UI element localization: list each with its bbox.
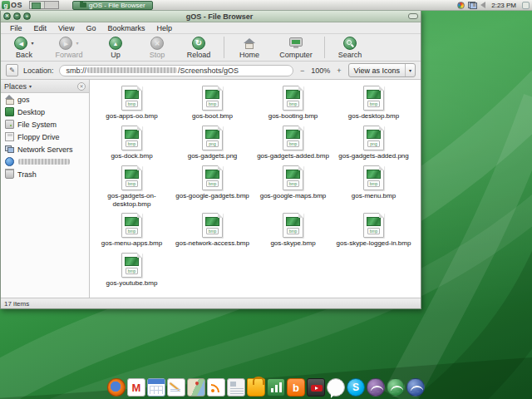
sidebar-header-label: Places bbox=[4, 82, 27, 91]
stop-button[interactable]: Stop bbox=[139, 36, 175, 59]
menu-help[interactable]: Help bbox=[150, 24, 178, 32]
trash-applet-icon[interactable] bbox=[522, 2, 530, 9]
file-item[interactable]: bmpgos-dock.bmp bbox=[91, 124, 172, 164]
workspace-2[interactable] bbox=[44, 2, 58, 8]
status-bar: 17 items bbox=[1, 298, 421, 308]
openoffice-writer-icon[interactable] bbox=[406, 378, 425, 397]
file-grid: bmpgos-apps-oo.bmp bmpgos-boot.bmp bmpgo… bbox=[90, 80, 421, 291]
file-item[interactable]: bmpgos-gadgets-on-desktop.bmp bbox=[91, 164, 172, 211]
file-item[interactable]: bmpgos-booting.bmp bbox=[253, 84, 333, 124]
sidebar-header[interactable]: Places ▾ ✕ bbox=[1, 80, 89, 93]
location-bar: ✎ Location: smb:// /Screenshots/gOS − 10… bbox=[1, 62, 421, 80]
google-reader-icon[interactable] bbox=[207, 378, 225, 397]
minimize-window-button[interactable]: − bbox=[13, 12, 21, 20]
shade-window-button[interactable] bbox=[408, 13, 418, 19]
google-docs-icon[interactable] bbox=[167, 378, 185, 397]
back-dropdown-caret[interactable]: ▾ bbox=[31, 40, 33, 46]
home-button[interactable]: Home bbox=[231, 36, 268, 59]
view-mode-dropdown[interactable]: View as Icons ▾ bbox=[348, 63, 416, 77]
toolbar: ▾ Back ▾ Forward Up Stop Reload Home Com… bbox=[1, 34, 421, 62]
menu-bookmarks[interactable]: Bookmarks bbox=[101, 24, 150, 32]
computer-icon bbox=[289, 38, 303, 50]
sidebar-item-gos[interactable]: gos bbox=[1, 93, 89, 106]
file-item[interactable]: pnggos-gadgets.png bbox=[172, 124, 253, 164]
computer-button[interactable]: Computer bbox=[274, 36, 318, 59]
google-maps-icon[interactable] bbox=[187, 378, 205, 397]
file-item[interactable]: bmpgos-network-access.bmp bbox=[172, 211, 253, 251]
bmp-file-icon: bmp bbox=[363, 86, 384, 111]
globe-icon bbox=[5, 157, 14, 166]
file-item[interactable]: bmpgos-desktop.bmp bbox=[333, 84, 414, 124]
workspace-pager[interactable] bbox=[29, 1, 59, 9]
folder-icon bbox=[80, 2, 86, 7]
back-icon bbox=[19, 39, 23, 47]
zoom-in-button[interactable]: + bbox=[335, 66, 342, 75]
up-button[interactable]: Up bbox=[97, 36, 134, 59]
sidebar-item-network-servers[interactable]: Network Servers bbox=[1, 143, 89, 155]
sidebar-item-floppy-drive[interactable]: Floppy Drive bbox=[1, 131, 89, 143]
file-item[interactable]: bmpgos-boot.bmp bbox=[172, 84, 253, 124]
taskbar-window-button[interactable]: gOS - File Browser bbox=[72, 1, 153, 10]
home-icon bbox=[243, 37, 256, 50]
menu-edit[interactable]: Edit bbox=[28, 24, 53, 32]
sidebar-item-obscured[interactable] bbox=[1, 155, 89, 168]
file-item[interactable]: bmpgos-gadgets-added.bmp bbox=[253, 124, 333, 164]
panel-clock[interactable]: 2:23 PM bbox=[491, 2, 516, 9]
skype-icon[interactable]: S bbox=[347, 378, 365, 397]
back-button[interactable]: ▾ Back bbox=[6, 36, 42, 59]
workspace-1[interactable] bbox=[30, 2, 44, 8]
google-calendar-icon[interactable] bbox=[147, 378, 165, 397]
forward-dropdown-caret[interactable]: ▾ bbox=[76, 40, 78, 46]
window-titlebar[interactable]: ✕ − + gOS - File Browser bbox=[1, 11, 421, 22]
youtube-icon[interactable] bbox=[307, 378, 325, 397]
file-item[interactable]: bmpgos-youtube.bmp bbox=[91, 251, 172, 291]
zoom-out-button[interactable]: − bbox=[298, 66, 306, 75]
sidebar-item-trash[interactable]: Trash bbox=[1, 168, 89, 180]
forward-icon bbox=[64, 39, 68, 47]
firefox-icon[interactable] bbox=[107, 378, 126, 397]
sidebar-item-file-system[interactable]: File System bbox=[1, 118, 89, 131]
edit-location-button[interactable]: ✎ bbox=[6, 64, 18, 76]
location-input[interactable]: smb:// /Screenshots/gOS bbox=[59, 65, 294, 76]
up-icon bbox=[113, 39, 119, 47]
menu-go[interactable]: Go bbox=[80, 24, 101, 32]
bmp-file-icon: bmp bbox=[202, 213, 223, 238]
close-sidebar-button[interactable]: ✕ bbox=[77, 82, 86, 91]
google-news-icon[interactable] bbox=[227, 378, 245, 397]
file-item[interactable]: bmpgos-apps-oo.bmp bbox=[91, 84, 172, 124]
toolbar-separator bbox=[324, 37, 325, 58]
bmp-file-icon: bmp bbox=[121, 253, 142, 278]
search-button[interactable]: Search bbox=[332, 36, 368, 59]
floppy-icon bbox=[5, 132, 14, 141]
file-item[interactable]: pnggos-gadgets-added.png bbox=[333, 124, 414, 164]
menu-file[interactable]: File bbox=[4, 24, 28, 32]
google-product-search-icon[interactable] bbox=[247, 378, 265, 397]
bmp-file-icon: bmp bbox=[283, 86, 303, 111]
sidebar-item-desktop[interactable]: Desktop bbox=[1, 106, 89, 118]
png-file-icon: png bbox=[363, 126, 384, 150]
forward-button[interactable]: ▾ Forward bbox=[51, 36, 87, 59]
file-item[interactable]: bmpgos-menu-apps.bmp bbox=[91, 211, 172, 251]
blogger-icon[interactable]: b bbox=[287, 378, 305, 397]
gos-logo[interactable]: g OS bbox=[2, 1, 22, 9]
file-item[interactable]: bmpgos-skype.bmp bbox=[253, 211, 333, 251]
reload-button[interactable]: Reload bbox=[180, 36, 217, 59]
file-item[interactable]: bmpgos-google-gadgets.bmp bbox=[172, 164, 253, 211]
stop-icon bbox=[155, 39, 160, 47]
volume-tray-icon[interactable] bbox=[480, 2, 485, 8]
google-spreadsheets-icon[interactable] bbox=[267, 378, 285, 397]
file-item[interactable]: bmpgos-google-maps.bmp bbox=[253, 164, 333, 211]
file-view: bmpgos-apps-oo.bmp bmpgos-boot.bmp bmpgo… bbox=[90, 80, 421, 298]
taskbar-window-label: gOS - File Browser bbox=[89, 2, 145, 9]
bmp-file-icon: bmp bbox=[363, 213, 384, 238]
file-item[interactable]: bmpgos-skype-logged-in.bmp bbox=[333, 211, 414, 251]
gmail-icon[interactable]: M bbox=[127, 378, 145, 397]
meebo-icon[interactable] bbox=[327, 378, 345, 397]
file-item[interactable]: bmpgos-menu.bmp bbox=[333, 164, 414, 211]
menu-view[interactable]: View bbox=[52, 24, 80, 32]
maximize-window-button[interactable]: + bbox=[23, 12, 31, 20]
close-window-button[interactable]: ✕ bbox=[3, 12, 11, 20]
updates-tray-icon[interactable] bbox=[457, 2, 465, 9]
openoffice-impress-icon[interactable] bbox=[367, 378, 385, 397]
openoffice-calc-icon[interactable] bbox=[387, 378, 405, 397]
